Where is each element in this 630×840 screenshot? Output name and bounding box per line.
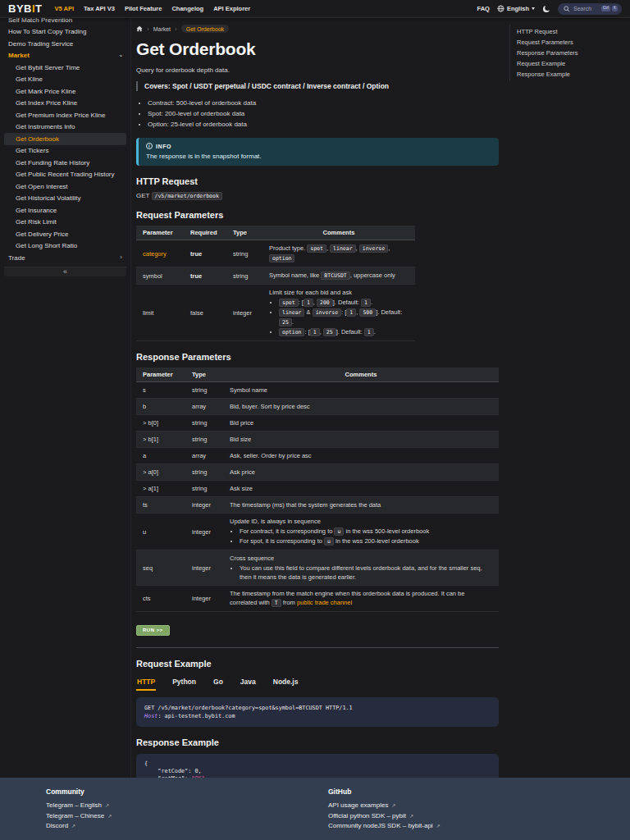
sidebar-item-demo-trading-service[interactable]: Demo Trading Service [4, 38, 126, 50]
footer-link-api-usage-examples[interactable]: API usage examples ↗ [328, 801, 610, 811]
inline-link[interactable]: category [143, 250, 167, 258]
section-response-parameters: Response Parameters [136, 352, 499, 362]
home-icon[interactable] [136, 25, 143, 32]
inline-code: option [279, 328, 304, 336]
inline-code: 1 [361, 299, 371, 307]
table-of-contents: HTTP RequestRequest ParametersResponse P… [509, 18, 630, 81]
sidebar-item-get-mark-price-kline[interactable]: Get Mark Price Kline [4, 85, 126, 98]
footer-link-telegram-english[interactable]: Telegram – English ↗ [46, 801, 328, 811]
sidebar-item-get-kline[interactable]: Get Kline [4, 74, 126, 86]
toc-list: HTTP RequestRequest ParametersResponse P… [509, 25, 623, 81]
cell-comments: Limit size for each bid and askspot: [1,… [262, 285, 415, 341]
sidebar-item-label: Get Index Price Kline [16, 99, 77, 107]
sidebar-item-get-instruments-info[interactable]: Get Instruments Info [4, 121, 126, 134]
section-response-example: Response Example [136, 737, 499, 747]
search-placeholder: Search [573, 6, 598, 11]
cell-comments: Symbol name, like BTCUSDT, uppercase onl… [262, 267, 415, 285]
search-button[interactable]: Search CtrlK [558, 3, 622, 15]
sidebar-item-how-to-start-copy-trading[interactable]: How To Start Copy Trading [4, 26, 126, 39]
nav-link-v5-api[interactable]: V5 API [55, 5, 74, 12]
cell-comments: Bid size [223, 431, 499, 448]
sidebar-collapse-button[interactable]: « [4, 267, 126, 276]
sidebar-item-get-delivery-price[interactable]: Get Delivery Price [4, 228, 126, 240]
nav-link-api-explorer[interactable]: API Explorer [213, 5, 250, 12]
inline-code: 1 [310, 328, 320, 336]
footer-link-community-nodejs-sdk-bybit-api[interactable]: Community nodeJS SDK – bybit-api ↗ [328, 821, 610, 832]
text: limit [143, 309, 153, 317]
nav-link-pilot-feature[interactable]: Pilot Feature [125, 5, 162, 12]
search-icon [564, 6, 570, 12]
table-row: uintegerUpdate ID, is always in sequence… [136, 514, 499, 550]
bybit-logo[interactable]: BYBIT [8, 2, 43, 15]
footer-column-title: GitHub [328, 788, 610, 796]
sidebar-item-get-orderbook[interactable]: Get Orderbook [4, 133, 126, 145]
sidebar-item-label: Get Tickers [16, 147, 48, 155]
code-line: { [144, 760, 491, 768]
text: Limit size for each bid and ask [269, 289, 352, 296]
language-tabs: HTTPPythonGoJavaNode.js [136, 676, 499, 691]
text: : api-testnet.bybit.com [158, 713, 235, 719]
footer-column-title: Community [46, 788, 328, 796]
inline-code: spot [279, 299, 299, 307]
toc-link-request-parameters[interactable]: Request Parameters [517, 37, 623, 48]
tab-go[interactable]: Go [212, 676, 224, 691]
sidebar-item-get-tickers[interactable]: Get Tickers [4, 145, 126, 158]
footer-link-discord[interactable]: Discord ↗ [46, 821, 328, 832]
sidebar-item-get-insurance[interactable]: Get Insurance [4, 204, 126, 217]
sidebar-item-trade[interactable]: Trade› [4, 252, 126, 264]
tab-node-js[interactable]: Node.js [272, 676, 299, 691]
toc-link-response-example[interactable]: Response Example [517, 69, 623, 80]
nav-link-changelog[interactable]: Changelog [171, 5, 203, 12]
inline-code: 1 [304, 299, 313, 307]
tab-python[interactable]: Python [171, 676, 197, 691]
sidebar-item-get-public-recent-trading-history[interactable]: Get Public Recent Trading History [4, 169, 126, 181]
cell-type: integer [185, 497, 223, 514]
cell-type: integer [226, 285, 262, 341]
sidebar-item-get-long-short-ratio[interactable]: Get Long Short Ratio [4, 240, 126, 253]
toc-link-http-request[interactable]: HTTP Request [517, 26, 623, 37]
text: . [374, 328, 376, 336]
text: : [ [304, 328, 309, 336]
nav-link-tax-api-v3[interactable]: Tax API V3 [84, 5, 115, 12]
external-link-icon: ↗ [392, 803, 396, 808]
kbd-ctrl: Ctrl [601, 6, 610, 11]
request-example-code[interactable]: GET /v5/market/orderbook?category=spot&s… [136, 697, 499, 727]
toc-link-response-parameters[interactable]: Response Parameters [517, 48, 623, 58]
sidebar-item-label: Get Risk Limit [16, 218, 57, 226]
external-link-icon: ↗ [105, 803, 109, 808]
tab-http[interactable]: HTTP [136, 676, 156, 691]
comment-bullet: linear & inverse: [1, 500]. Default: 25. [279, 308, 409, 327]
sidebar-item-market[interactable]: Market› [4, 50, 126, 62]
inline-code: T [272, 599, 281, 607]
run-button[interactable]: RUN >> [136, 625, 170, 636]
table-row: seqintegerCross sequenceYou can use this… [136, 550, 499, 586]
sidebar-item-get-funding-rate-history[interactable]: Get Funding Rate History [4, 157, 126, 169]
cell-parameter: > b[1] [136, 431, 185, 448]
sidebar-item-get-bybit-server-time[interactable]: Get Bybit Server Time [4, 62, 126, 74]
footer-link-telegram-chinese[interactable]: Telegram – Chinese ↗ [46, 811, 328, 822]
comment-bullets: You can use this field to compare differ… [230, 564, 492, 582]
sidebar-item-self-match-prevention[interactable]: Self Match Prevention [4, 18, 126, 26]
text: ]. Default: [333, 299, 361, 306]
sidebar-item-get-historical-volatility[interactable]: Get Historical Volatility [4, 193, 126, 205]
language-menu[interactable]: English [497, 5, 535, 12]
breadcrumb-item-market[interactable]: Market [153, 26, 171, 32]
sidebar-item-get-risk-limit[interactable]: Get Risk Limit [4, 217, 126, 229]
sidebar-item-get-open-interest[interactable]: Get Open Interest [4, 180, 126, 193]
faq-link[interactable]: FAQ [477, 5, 489, 12]
code-line: "retCode": 0, [144, 768, 491, 775]
sidebar-item-get-premium-index-price-kline[interactable]: Get Premium Index Price Kline [4, 109, 126, 121]
section-http-request: HTTP Request [136, 176, 499, 186]
cell-comments: Ask price [223, 464, 499, 481]
footer-link-official-python-sdk-pybit[interactable]: Official python SDK – pybit ↗ [328, 811, 610, 822]
cell-required: false [184, 285, 226, 341]
toc-link-request-example[interactable]: Request Example [517, 58, 623, 69]
theme-toggle[interactable] [542, 5, 550, 13]
tab-java[interactable]: Java [240, 676, 257, 691]
inline-link[interactable]: public trade channel [297, 599, 352, 606]
column-header-parameter: Parameter [136, 226, 184, 240]
inline-code: 200 [317, 299, 333, 307]
cell-type: string [185, 464, 223, 481]
sidebar-item-get-index-price-kline[interactable]: Get Index Price Kline [4, 98, 126, 110]
text: Update ID, is always in sequence [230, 518, 321, 525]
